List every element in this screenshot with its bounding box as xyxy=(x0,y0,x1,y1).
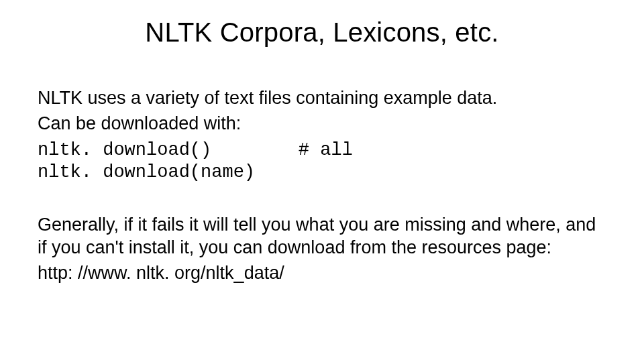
intro-line-1: NLTK uses a variety of text files contai… xyxy=(38,87,606,110)
resources-url: http: //www. nltk. org/nltk_data/ xyxy=(38,262,606,285)
slide: NLTK Corpora, Lexicons, etc. NLTK uses a… xyxy=(0,0,644,362)
paragraph-2: Generally, if it fails it will tell you … xyxy=(38,214,606,259)
slide-body: NLTK uses a variety of text files contai… xyxy=(38,87,606,287)
code-line-2: nltk. download(name) xyxy=(38,162,606,184)
spacer xyxy=(38,188,606,214)
code-line-1: nltk. download() # all xyxy=(38,139,606,162)
slide-title: NLTK Corpora, Lexicons, etc. xyxy=(0,17,644,48)
code-block: nltk. download() # all nltk. download(na… xyxy=(38,139,606,185)
intro-line-2: Can be downloaded with: xyxy=(38,113,606,135)
